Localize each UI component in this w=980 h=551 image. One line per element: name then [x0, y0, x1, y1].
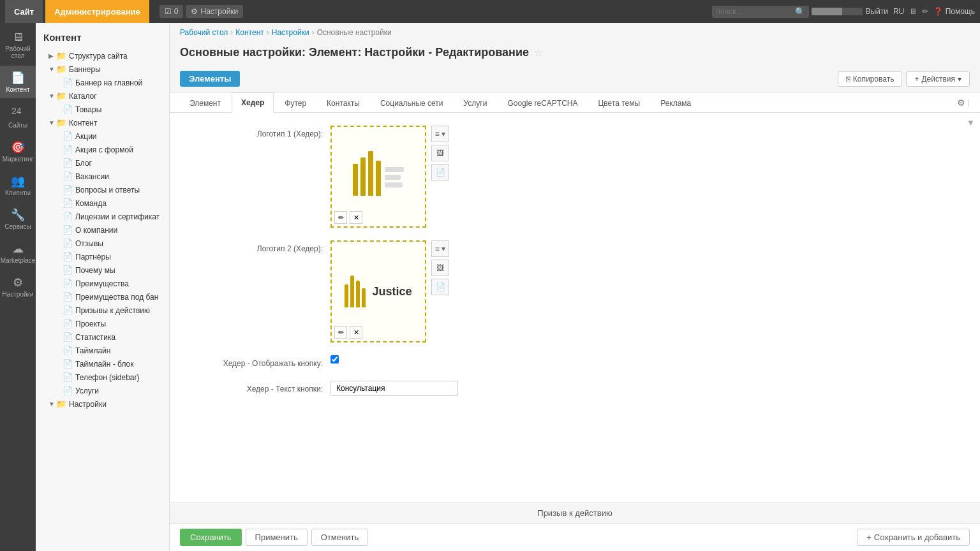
sidebar-item-about[interactable]: 📄 О компании — [36, 223, 169, 237]
clients-icon: 👥 — [11, 174, 25, 188]
sidebar-item-why-us[interactable]: 📄 Почему мы — [36, 263, 169, 277]
tab-recaptcha[interactable]: Google reCAPTCHA — [498, 93, 587, 113]
services-icon: 🔧 — [11, 208, 25, 222]
actions-button[interactable]: + Действия ▾ — [906, 71, 970, 87]
logo2-action-buttons: ≡ ▾ 🖼 📄 — [431, 240, 449, 295]
logo2-control: Justice ✏ ✕ ≡ ▾ 🖼 📄 — [330, 240, 650, 342]
tab-footer[interactable]: Футер — [275, 93, 316, 113]
logo1-row: Логотип 1 (Хедер): — [195, 126, 954, 228]
search-input[interactable] — [716, 7, 792, 16]
sidebar-item-projects[interactable]: 📄 Проекты — [36, 317, 169, 330]
sidebar-item-timeline[interactable]: 📄 Таймлайн — [36, 344, 169, 357]
save-button[interactable]: Сохранить — [180, 529, 242, 546]
sidebar-item-marketing[interactable]: 🎯 Маркетинг — [0, 135, 36, 168]
folder-icon: 📄 — [63, 198, 73, 208]
help-button[interactable]: ❓ Помощь — [933, 7, 975, 16]
lang-selector[interactable]: RU — [893, 7, 904, 16]
save-add-button[interactable]: + Сохранить и добавить — [857, 529, 970, 546]
folder-icon: 📁 — [56, 118, 66, 128]
sidebar-item-partners[interactable]: 📄 Партнёры — [36, 250, 169, 263]
folder-icon: 📄 — [63, 78, 73, 87]
show-btn-label: Хедер - Отображать кнопку: — [195, 355, 323, 368]
sidebar-item-services-list[interactable]: 📄 Услуги — [36, 384, 169, 397]
logo1-box-controls: ✏ ✕ — [334, 211, 362, 224]
svg-rect-2 — [360, 158, 366, 196]
elements-button[interactable]: Элементы — [180, 71, 240, 87]
apply-button[interactable]: Применить — [246, 529, 308, 546]
site-button[interactable]: Сайт — [5, 0, 43, 23]
sidebar-item-team[interactable]: 📄 Команда — [36, 196, 169, 210]
sidebar-item-advantages-banner[interactable]: 📄 Преимущества под бан — [36, 290, 169, 304]
settings-button[interactable]: ⚙ Настройки — [186, 5, 243, 18]
logo2-upload-wrapper: Justice ✏ ✕ ≡ ▾ 🖼 📄 — [330, 240, 650, 342]
logo2-delete-button[interactable]: ✕ — [350, 326, 362, 339]
sidebar-item-licenses[interactable]: 📄 Лицензии и сертификат — [36, 210, 169, 223]
breadcrumb-content[interactable]: Контент — [235, 28, 264, 37]
sidebar-item-faq[interactable]: 📄 Вопросы и ответы — [36, 183, 169, 196]
breadcrumb-settings[interactable]: Настройки — [272, 28, 309, 37]
sidebar-item-advantages[interactable]: 📄 Преимущества — [36, 277, 169, 290]
logo2-image-button[interactable]: 🖼 — [431, 260, 449, 276]
logout-button[interactable]: Выйти — [865, 7, 888, 16]
sidebar-item-timeline-block[interactable]: 📄 Таймлайн - блок — [36, 357, 169, 371]
logo2-label: Логотип 2 (Хедер): — [195, 240, 323, 253]
sidebar-item-sites[interactable]: 24 Сайты — [0, 99, 36, 134]
folder-icon: 📄 — [63, 386, 73, 395]
collapse-button[interactable]: ▼ — [967, 118, 975, 128]
sidebar-item-vacancies[interactable]: 📄 Вакансии — [36, 170, 169, 183]
logo2-image-box[interactable]: Justice ✏ ✕ — [330, 240, 426, 342]
logo1-file-button[interactable]: 📄 — [431, 164, 449, 180]
svg-rect-7 — [385, 182, 403, 187]
tasks-button[interactable]: ☑ 0 — [160, 5, 184, 18]
sidebar-item-content[interactable]: 📄 Контент — [0, 66, 36, 98]
tabs-gear-icon[interactable]: ⚙ — [957, 98, 965, 108]
sidebar-item-desktop[interactable]: 🖥 Рабочий стол — [0, 26, 36, 64]
sidebar-item-action-form[interactable]: 📄 Акция с формой — [36, 143, 169, 156]
sidebar-item-services[interactable]: 🔧 Сервисы — [0, 203, 36, 235]
folder-icon: 📄 — [63, 292, 73, 302]
sidebar-item-clients[interactable]: 👥 Клиенты — [0, 169, 36, 202]
sidebar-item-content-group[interactable]: ▼ 📁 Контент — [36, 116, 169, 129]
sidebar-item-label: Сайты — [8, 122, 27, 129]
logo1-menu-button[interactable]: ≡ ▾ — [431, 126, 449, 142]
copy-button[interactable]: ⎘ Копировать — [838, 71, 903, 87]
logo1-image-box[interactable]: ✏ ✕ — [330, 126, 426, 228]
sidebar-item-blog[interactable]: 📄 Блог — [36, 156, 169, 170]
tab-header[interactable]: Хедер — [232, 92, 274, 113]
tab-colors[interactable]: Цвета темы — [588, 93, 650, 113]
logo1-delete-button[interactable]: ✕ — [350, 211, 362, 224]
logo1-image-button[interactable]: 🖼 — [431, 145, 449, 161]
sidebar-item-settings-group[interactable]: ▼ 📁 Настройки — [36, 397, 169, 411]
sidebar-item-phone[interactable]: 📄 Телефон (sidebar) — [36, 371, 169, 384]
tab-element[interactable]: Элемент — [180, 93, 230, 113]
sites-icon: 24 — [11, 105, 24, 121]
logo2-edit-button[interactable]: ✏ — [334, 326, 347, 339]
sidebar-item-products[interactable]: 📄 Товары — [36, 103, 169, 116]
sidebar-item-catalog[interactable]: ▼ 📁 Каталог — [36, 89, 169, 103]
tab-social[interactable]: Социальные сети — [371, 93, 453, 113]
logo2-file-button[interactable]: 📄 — [431, 279, 449, 295]
tab-services[interactable]: Услуги — [454, 93, 497, 113]
tab-ads[interactable]: Реклама — [651, 93, 701, 113]
arrow-icon: ▼ — [48, 92, 56, 99]
sidebar-item-actions[interactable]: 📄 Акции — [36, 129, 169, 143]
btn-text-row: Хедер - Текст кнопки: — [195, 381, 954, 396]
sidebar-item-marketplace[interactable]: ☁ Marketplace — [0, 237, 36, 269]
btn-text-input[interactable] — [330, 381, 458, 396]
sidebar-item-site-structure[interactable]: ▶ 📁 Структура сайта — [36, 49, 169, 62]
tab-contacts[interactable]: Контакты — [317, 93, 369, 113]
cancel-button[interactable]: Отменить — [311, 529, 368, 546]
favorite-star-icon[interactable]: ☆ — [534, 47, 543, 59]
logo1-edit-button[interactable]: ✏ — [334, 211, 347, 224]
sidebar-item-banner-main[interactable]: 📄 Баннер на главной — [36, 76, 169, 89]
sidebar-item-reviews[interactable]: 📄 Отзывы — [36, 237, 169, 250]
logo2-menu-button[interactable]: ≡ ▾ — [431, 240, 449, 257]
show-btn-row: Хедер - Отображать кнопку: — [195, 355, 954, 368]
sidebar-item-settings[interactable]: ⚙ Настройки — [0, 270, 36, 303]
breadcrumb-desktop[interactable]: Рабочий стол — [180, 28, 228, 37]
sidebar-item-cta[interactable]: 📄 Призывы к действию — [36, 304, 169, 317]
admin-button[interactable]: Администрирование — [45, 0, 149, 23]
sidebar-item-statistics[interactable]: 📄 Статистика — [36, 330, 169, 344]
show-btn-checkbox[interactable] — [330, 355, 339, 364]
sidebar-item-banners[interactable]: ▼ 📁 Баннеры — [36, 62, 169, 76]
